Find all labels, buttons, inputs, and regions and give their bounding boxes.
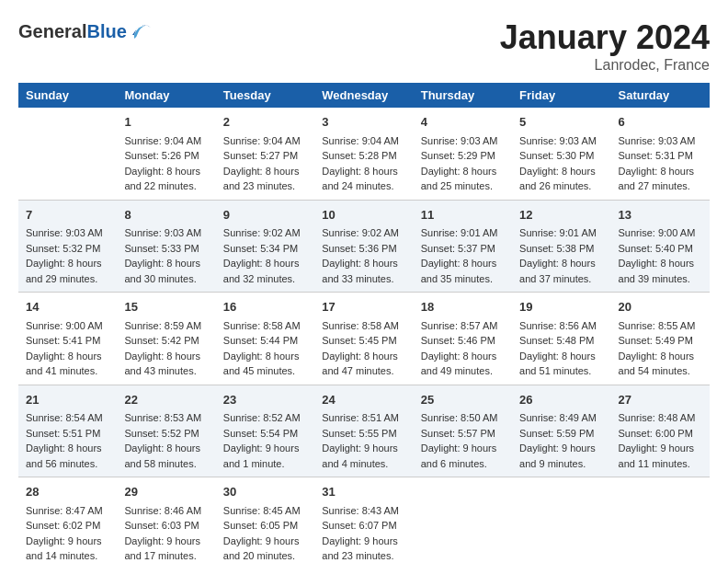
day-number: 17 xyxy=(322,298,405,316)
calendar-cell: 5Sunrise: 9:03 AMSunset: 5:30 PMDaylight… xyxy=(512,108,610,200)
day-content: Sunrise: 8:47 AMSunset: 6:02 PMDaylight:… xyxy=(26,503,109,564)
day-number: 18 xyxy=(421,298,505,316)
calendar-cell: 7Sunrise: 9:03 AMSunset: 5:32 PMDaylight… xyxy=(18,200,117,293)
logo: GeneralBlue xyxy=(18,18,154,44)
title-block: January 2024 Lanrodec, France xyxy=(500,18,710,74)
calendar-cell: 12Sunrise: 9:01 AMSunset: 5:38 PMDayligh… xyxy=(512,200,610,293)
day-content: Sunrise: 8:53 AMSunset: 5:52 PMDaylight:… xyxy=(124,410,208,471)
day-content: Sunrise: 9:03 AMSunset: 5:30 PMDaylight:… xyxy=(519,133,603,194)
day-number: 7 xyxy=(26,206,109,224)
day-number: 28 xyxy=(26,483,109,501)
calendar-cell xyxy=(414,477,512,564)
day-content: Sunrise: 8:50 AMSunset: 5:57 PMDaylight:… xyxy=(421,410,505,471)
day-content: Sunrise: 9:02 AMSunset: 5:34 PMDaylight:… xyxy=(223,225,307,286)
logo-icon xyxy=(129,18,154,44)
day-number: 16 xyxy=(223,298,307,316)
day-content: Sunrise: 8:46 AMSunset: 6:03 PMDaylight:… xyxy=(124,503,208,564)
day-content: Sunrise: 8:54 AMSunset: 5:51 PMDaylight:… xyxy=(26,410,109,471)
calendar-cell: 31Sunrise: 8:43 AMSunset: 6:07 PMDayligh… xyxy=(314,477,413,564)
day-number: 3 xyxy=(322,113,405,132)
week-row-2: 7Sunrise: 9:03 AMSunset: 5:32 PMDaylight… xyxy=(18,200,710,293)
column-header-sunday: Sunday xyxy=(18,83,117,108)
calendar-cell: 17Sunrise: 8:58 AMSunset: 5:45 PMDayligh… xyxy=(314,293,413,385)
day-content: Sunrise: 9:01 AMSunset: 5:38 PMDaylight:… xyxy=(519,225,603,286)
calendar-cell: 19Sunrise: 8:56 AMSunset: 5:48 PMDayligh… xyxy=(512,293,610,385)
day-number: 23 xyxy=(223,391,307,409)
day-content: Sunrise: 9:00 AMSunset: 5:40 PMDaylight:… xyxy=(619,225,702,286)
day-number: 1 xyxy=(124,113,208,132)
day-number: 8 xyxy=(124,206,208,224)
calendar-cell xyxy=(18,108,117,200)
column-header-saturday: Saturday xyxy=(611,83,710,108)
calendar-cell: 30Sunrise: 8:45 AMSunset: 6:05 PMDayligh… xyxy=(216,477,314,564)
day-number: 6 xyxy=(619,113,702,132)
calendar-cell: 20Sunrise: 8:55 AMSunset: 5:49 PMDayligh… xyxy=(611,293,710,385)
page-header: GeneralBlue January 2024 Lanrodec, Franc… xyxy=(18,18,710,74)
calendar-header-row: SundayMondayTuesdayWednesdayThursdayFrid… xyxy=(18,83,710,108)
day-number: 27 xyxy=(619,391,702,409)
day-number: 5 xyxy=(519,113,603,132)
day-content: Sunrise: 8:59 AMSunset: 5:42 PMDaylight:… xyxy=(124,318,208,379)
day-number: 2 xyxy=(223,113,307,132)
calendar-cell: 21Sunrise: 8:54 AMSunset: 5:51 PMDayligh… xyxy=(18,385,117,477)
calendar-cell: 28Sunrise: 8:47 AMSunset: 6:02 PMDayligh… xyxy=(18,477,117,564)
day-number: 15 xyxy=(124,298,208,316)
calendar-cell: 6Sunrise: 9:03 AMSunset: 5:31 PMDaylight… xyxy=(611,108,710,200)
day-number: 22 xyxy=(124,391,208,409)
day-content: Sunrise: 8:52 AMSunset: 5:54 PMDaylight:… xyxy=(223,410,307,471)
day-number: 30 xyxy=(223,483,307,501)
calendar-cell: 25Sunrise: 8:50 AMSunset: 5:57 PMDayligh… xyxy=(414,385,512,477)
day-content: Sunrise: 8:49 AMSunset: 5:59 PMDaylight:… xyxy=(519,410,603,471)
column-header-friday: Friday xyxy=(512,83,610,108)
calendar-cell: 9Sunrise: 9:02 AMSunset: 5:34 PMDaylight… xyxy=(216,200,314,293)
day-number: 24 xyxy=(322,391,405,409)
calendar-cell: 3Sunrise: 9:04 AMSunset: 5:28 PMDaylight… xyxy=(314,108,413,200)
day-content: Sunrise: 9:03 AMSunset: 5:33 PMDaylight:… xyxy=(124,225,208,286)
calendar-cell: 15Sunrise: 8:59 AMSunset: 5:42 PMDayligh… xyxy=(117,293,215,385)
day-number: 10 xyxy=(322,206,405,224)
column-header-monday: Monday xyxy=(117,83,215,108)
week-row-1: 1Sunrise: 9:04 AMSunset: 5:26 PMDaylight… xyxy=(18,108,710,200)
week-row-4: 21Sunrise: 8:54 AMSunset: 5:51 PMDayligh… xyxy=(18,385,710,477)
day-content: Sunrise: 9:03 AMSunset: 5:29 PMDaylight:… xyxy=(421,133,505,194)
day-number: 12 xyxy=(519,206,603,224)
day-content: Sunrise: 8:58 AMSunset: 5:45 PMDaylight:… xyxy=(322,318,405,379)
day-content: Sunrise: 9:04 AMSunset: 5:26 PMDaylight:… xyxy=(124,133,208,194)
day-content: Sunrise: 9:01 AMSunset: 5:37 PMDaylight:… xyxy=(421,225,505,286)
day-content: Sunrise: 9:03 AMSunset: 5:31 PMDaylight:… xyxy=(619,133,702,194)
day-number: 25 xyxy=(421,391,505,409)
calendar-cell: 26Sunrise: 8:49 AMSunset: 5:59 PMDayligh… xyxy=(512,385,610,477)
calendar-cell: 16Sunrise: 8:58 AMSunset: 5:44 PMDayligh… xyxy=(216,293,314,385)
column-header-tuesday: Tuesday xyxy=(216,83,314,108)
calendar-cell: 23Sunrise: 8:52 AMSunset: 5:54 PMDayligh… xyxy=(216,385,314,477)
day-number: 19 xyxy=(519,298,603,316)
day-number: 11 xyxy=(421,206,505,224)
day-content: Sunrise: 8:43 AMSunset: 6:07 PMDaylight:… xyxy=(322,503,405,564)
logo-blue: Blue xyxy=(86,21,126,41)
column-header-wednesday: Wednesday xyxy=(314,83,413,108)
day-content: Sunrise: 9:00 AMSunset: 5:41 PMDaylight:… xyxy=(26,318,109,379)
day-content: Sunrise: 8:56 AMSunset: 5:48 PMDaylight:… xyxy=(519,318,603,379)
calendar-cell: 27Sunrise: 8:48 AMSunset: 6:00 PMDayligh… xyxy=(611,385,710,477)
day-content: Sunrise: 8:58 AMSunset: 5:44 PMDaylight:… xyxy=(223,318,307,379)
page-subtitle: Lanrodec, France xyxy=(500,57,710,74)
calendar-cell: 18Sunrise: 8:57 AMSunset: 5:46 PMDayligh… xyxy=(414,293,512,385)
calendar-cell: 11Sunrise: 9:01 AMSunset: 5:37 PMDayligh… xyxy=(414,200,512,293)
day-content: Sunrise: 8:51 AMSunset: 5:55 PMDaylight:… xyxy=(322,410,405,471)
day-content: Sunrise: 8:48 AMSunset: 6:00 PMDaylight:… xyxy=(619,410,702,471)
week-row-5: 28Sunrise: 8:47 AMSunset: 6:02 PMDayligh… xyxy=(18,477,710,564)
column-header-thursday: Thursday xyxy=(414,83,512,108)
day-number: 29 xyxy=(124,483,208,501)
day-content: Sunrise: 9:03 AMSunset: 5:32 PMDaylight:… xyxy=(26,225,109,286)
calendar-cell: 13Sunrise: 9:00 AMSunset: 5:40 PMDayligh… xyxy=(611,200,710,293)
day-content: Sunrise: 9:04 AMSunset: 5:28 PMDaylight:… xyxy=(322,133,405,194)
day-number: 4 xyxy=(421,113,505,132)
calendar-table: SundayMondayTuesdayWednesdayThursdayFrid… xyxy=(18,83,710,563)
day-number: 21 xyxy=(26,391,109,409)
page-title: January 2024 xyxy=(500,18,710,57)
calendar-cell: 29Sunrise: 8:46 AMSunset: 6:03 PMDayligh… xyxy=(117,477,215,564)
week-row-3: 14Sunrise: 9:00 AMSunset: 5:41 PMDayligh… xyxy=(18,293,710,385)
calendar-cell xyxy=(611,477,710,564)
calendar-cell: 8Sunrise: 9:03 AMSunset: 5:33 PMDaylight… xyxy=(117,200,215,293)
calendar-cell xyxy=(512,477,610,564)
